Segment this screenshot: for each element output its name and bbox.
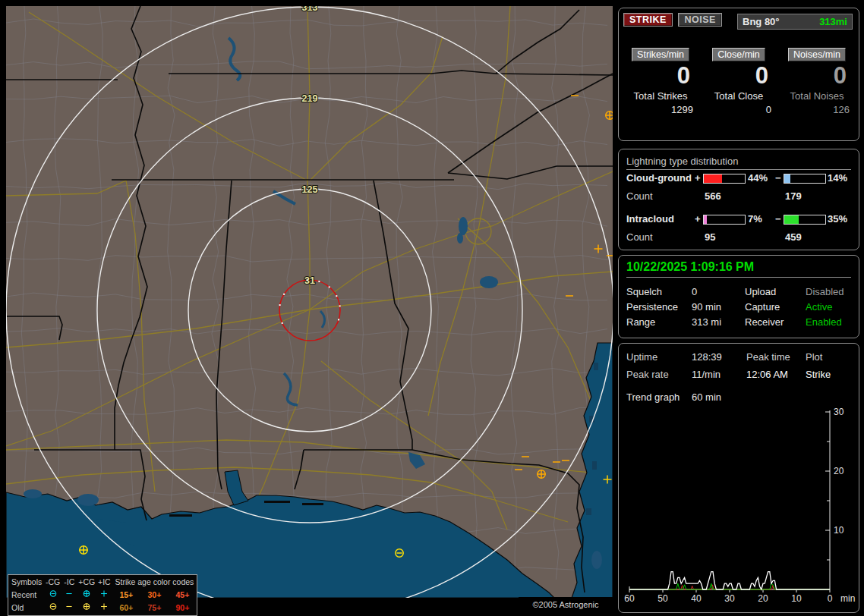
legend-old-pIC-icon [96, 601, 112, 614]
ring-label-125: 125 [302, 184, 318, 195]
capture-status: Active [806, 301, 832, 313]
noise-dot [307, 279, 308, 281]
legend-row-label: Recent [8, 588, 45, 601]
age-code-90plus: 90+ [169, 601, 197, 614]
strike-symbol-+CG [84, 604, 90, 610]
total-strikes-label: Total Strikes [623, 90, 698, 102]
legend-col-nic: -IC [61, 576, 77, 588]
nexstorm-window: 31321912531 Symbols -CG -IC +CG +IC Stri… [0, 0, 864, 616]
y-tick-20: 20 [834, 466, 844, 476]
distribution-title: Lightning type distribution [626, 156, 851, 170]
ring-label-31: 31 [304, 275, 315, 286]
x-tick-40: 40 [691, 593, 702, 604]
legend-old-nIC-icon [61, 601, 77, 614]
ic-positive-pct: 7% [748, 213, 762, 225]
trend-series-strike-rate [629, 572, 830, 589]
cg-negative-count: 179 [785, 190, 802, 202]
legend-recent-pIC-icon [96, 588, 112, 601]
lightning-map[interactable]: 31321912531 [6, 6, 613, 598]
capture-label: Capture [745, 301, 780, 313]
x-tick-10: 10 [791, 593, 802, 604]
legend-header-row: Symbols -CG -IC +CG +IC Strike age color… [8, 576, 197, 588]
legend-recent-nIC-icon [61, 588, 77, 601]
persistence-label: Persistence [626, 301, 678, 313]
legend-old-nCG-icon [45, 601, 61, 614]
age-code-60plus: 60+ [112, 601, 140, 614]
y-tick-30: 30 [834, 407, 844, 417]
datetime-display: 10/22/2025 1:09:16 PM [626, 260, 851, 278]
cg-negative-pct: 14% [828, 172, 847, 184]
stats-trend-panel: Uptime 128:39 Peak time Plot Peak rate 1… [618, 343, 859, 613]
age-code-45plus: 45+ [169, 588, 197, 601]
ic-plus-sign: + [695, 213, 701, 225]
total-close-value: 0 [702, 104, 776, 115]
noise-dot [329, 286, 330, 288]
upload-label: Upload [745, 286, 776, 297]
close-per-min-button[interactable]: Close/min [712, 48, 765, 61]
squelch-label: Squelch [626, 286, 662, 297]
cg-plus-sign: + [695, 172, 701, 184]
x-tick-60: 60 [624, 593, 635, 604]
cg-negative-bar [784, 174, 826, 184]
strike-counter-panel: STRIKE NOISE Bng 80° 313mi Strikes/min 0… [618, 8, 859, 141]
map-legend: Symbols -CG -IC +CG +IC Strike age color… [8, 574, 197, 616]
close-per-min-value: 0 [702, 63, 776, 89]
x-tick-30: 30 [724, 593, 735, 604]
legend-age-header: Strike age color codes [112, 576, 197, 588]
y-tick-10: 10 [834, 525, 844, 536]
cloud-ground-label: Cloud-ground [626, 172, 692, 184]
legend-recent-pCG-icon [77, 588, 96, 601]
strikes-per-min-value: 0 [623, 63, 698, 89]
noise-toggle-button[interactable]: NOISE [678, 13, 721, 27]
ic-positive-bar [703, 215, 746, 225]
total-close-label: Total Close [702, 90, 776, 102]
noises-per-min-column: Noises/min 0 Total Noises 126 [780, 48, 854, 115]
ic-positive-count: 95 [705, 231, 715, 243]
total-strikes-value: 1299 [623, 104, 698, 115]
legend-col-pcg: +CG [77, 576, 96, 588]
noise-dot [279, 304, 281, 306]
ic-negative-bar [784, 215, 826, 225]
x-tick-20: 20 [758, 593, 768, 604]
cg-minus-sign: − [775, 172, 781, 184]
copyright-text: ©2005 Astrogenic Systems [519, 597, 613, 612]
noises-per-min-button[interactable]: Noises/min [788, 48, 846, 61]
age-code-15plus: 15+ [112, 588, 140, 601]
range-setting-value: 313 mi [692, 316, 721, 328]
ic-negative-count: 459 [785, 231, 802, 243]
ring-label-313: 313 [302, 6, 318, 13]
status-panel: 10/22/2025 1:09:16 PM Squelch 0 Upload D… [618, 255, 859, 338]
bearing-range-display: Bng 80° 313mi [737, 14, 853, 30]
receiver-label: Receiver [745, 316, 784, 328]
range-value: 313mi [819, 16, 847, 27]
upload-status: Disabled [806, 286, 844, 297]
legend-recent-nCG-icon [45, 588, 61, 601]
noise-dot [282, 322, 283, 324]
total-noises-value: 126 [780, 104, 854, 115]
strike-symbol-+IC [101, 604, 107, 610]
bearing-value: Bng 80° [743, 16, 780, 27]
legend-old-row: Old60+75+90+ [8, 601, 197, 614]
legend-row-label: Old [8, 601, 45, 614]
cg-count-label: Count [626, 190, 653, 202]
strike-symbol-+CG [538, 470, 546, 479]
strike-symbol-+CG [606, 112, 613, 120]
strike-toggle-button[interactable]: STRIKE [623, 13, 673, 27]
squelch-value: 0 [692, 286, 697, 297]
range-label: Range [626, 316, 655, 328]
ic-count-label: Count [626, 231, 653, 243]
noise-dot [338, 319, 339, 320]
cg-positive-bar [703, 174, 746, 184]
legend-col-pic: +IC [96, 576, 112, 588]
total-noises-label: Total Noises [780, 90, 854, 102]
x-tick-0: 0 [828, 593, 833, 604]
persistence-value: 90 min [692, 301, 721, 313]
cg-positive-pct: 44% [748, 172, 768, 184]
cg-positive-count: 566 [705, 190, 721, 202]
trend-graph: 6050403020100min302010 [619, 344, 859, 611]
strikes-per-min-column: Strikes/min 0 Total Strikes 1299 [623, 48, 698, 115]
age-code-30plus: 30+ [140, 588, 169, 601]
strikes-per-min-button[interactable]: Strikes/min [632, 48, 689, 61]
strike-symbol--CG [50, 604, 55, 609]
ic-minus-sign: − [775, 213, 781, 225]
